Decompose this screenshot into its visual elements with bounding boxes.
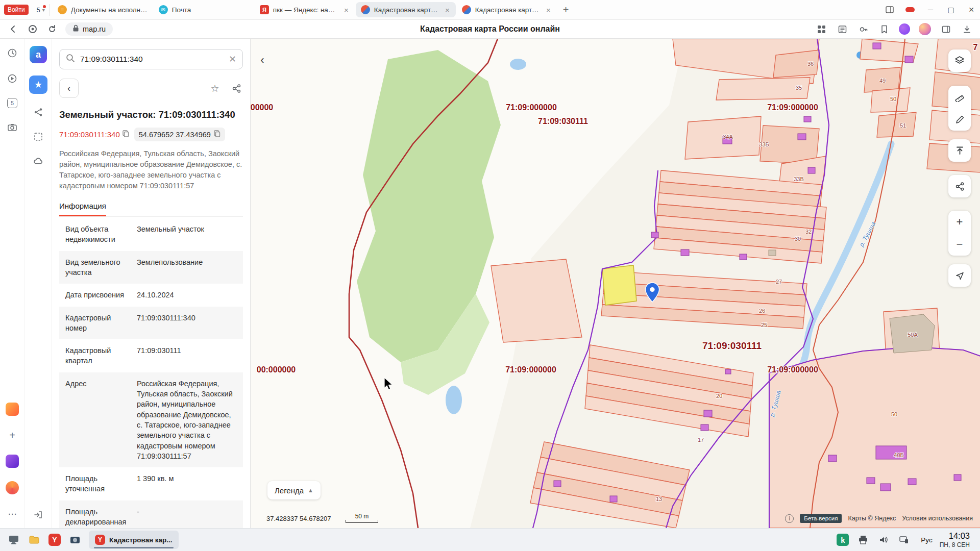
browser-tab[interactable]: Япкк — Яндекс: нашлось× xyxy=(255,2,355,17)
info-value: Российская Федерация, Тульская область, … xyxy=(137,379,237,461)
quarter-label: 71:09:030111 xyxy=(538,117,588,126)
legend-button[interactable]: Легенда▲ xyxy=(267,481,321,499)
search-input[interactable] xyxy=(80,55,224,64)
quarter-label: 71:09:000000 xyxy=(506,103,557,112)
edit-button[interactable] xyxy=(948,108,971,131)
upload-button[interactable] xyxy=(948,139,971,162)
info-row: Вид объекта недвижимостиЗемельный участо… xyxy=(59,218,243,251)
url-field[interactable]: map.ru xyxy=(65,22,113,36)
reload-button[interactable] xyxy=(46,23,58,35)
camera-app-icon[interactable] xyxy=(66,531,84,548)
volume-tray-icon[interactable] xyxy=(875,531,892,548)
clear-search-icon[interactable]: ✕ xyxy=(229,54,236,65)
yandex-browser-taskbar-icon[interactable]: Y xyxy=(46,531,63,548)
maximize-button[interactable]: ▢ xyxy=(946,5,955,14)
browser-tab[interactable]: Кадастровая карта Ро× xyxy=(356,2,456,17)
purple-app-icon[interactable] xyxy=(6,455,19,468)
video-icon[interactable] xyxy=(6,72,18,85)
beta-badge: Бета-версия xyxy=(800,514,842,523)
tab-counter[interactable]: 5 ▾ xyxy=(33,4,50,16)
info-label: Адрес xyxy=(65,379,137,461)
tab-close-icon[interactable]: × xyxy=(444,6,451,14)
new-tab-button[interactable]: + xyxy=(558,4,574,16)
browser-tab[interactable]: Кадастровая карта Росси× xyxy=(457,2,557,17)
minimize-button[interactable]: ─ xyxy=(926,5,935,14)
tab-title: Кадастровая карта Ро xyxy=(374,6,440,14)
browser-side-rail: 5 + ⋯ xyxy=(0,39,25,528)
kaspersky-tray-icon[interactable]: k xyxy=(834,531,851,548)
coordinates-chip[interactable]: 54.679652 37.434969 xyxy=(134,128,225,141)
cloud-icon[interactable] xyxy=(32,155,44,167)
tabs-count-badge[interactable]: 5 xyxy=(7,98,17,108)
browser-tab-bar: Войти 5 ▾ ≡Документы на исполнен✉ПочтаЯп… xyxy=(0,0,980,20)
browser-tab[interactable]: ≡Документы на исполнен xyxy=(53,2,153,17)
screenshot-icon[interactable] xyxy=(6,121,18,134)
geolocation-button[interactable] xyxy=(948,264,971,287)
layers-button[interactable] xyxy=(948,49,971,72)
parcel-number: 27 xyxy=(776,279,782,285)
quarter-label: 00:000000 xyxy=(251,103,273,112)
zoom-in-button[interactable]: + xyxy=(948,211,971,233)
cadastral-number-link[interactable]: 71:09:030111:340 xyxy=(59,130,129,139)
copy-icon[interactable] xyxy=(214,130,220,139)
exit-panel-icon[interactable] xyxy=(32,509,44,521)
select-area-icon[interactable] xyxy=(32,131,44,143)
language-indicator[interactable]: Рус xyxy=(921,536,932,544)
map-share-button[interactable] xyxy=(948,175,971,197)
tab-information[interactable]: Информация xyxy=(59,202,106,216)
bookmark-flag-icon[interactable] xyxy=(878,23,890,35)
password-manager-icon[interactable] xyxy=(857,23,869,35)
tab-close-icon[interactable]: × xyxy=(343,6,350,14)
sidebar-toggle-icon[interactable] xyxy=(940,23,952,35)
panel-back-button[interactable]: ‹ xyxy=(59,79,79,98)
login-button[interactable]: Войти xyxy=(4,5,29,15)
clock[interactable]: 14:03 ПН, 8 СЕН xyxy=(940,531,975,549)
tab-title: Кадастровая карта Росси xyxy=(475,6,541,14)
collections-icon[interactable] xyxy=(815,23,827,35)
info-row: Дата присвоения24.10.2024 xyxy=(59,284,243,306)
share-nodes-icon[interactable] xyxy=(32,106,44,118)
alice-assistant-icon[interactable] xyxy=(899,23,910,35)
network-tray-icon[interactable] xyxy=(895,531,913,548)
recording-indicator-icon[interactable] xyxy=(905,5,915,14)
active-task[interactable]: Y Кадастровая кар... xyxy=(89,531,179,549)
selected-parcel[interactable] xyxy=(602,265,636,305)
favorite-star-icon[interactable]: ☆ xyxy=(208,82,222,95)
cadastral-map[interactable]: 00:00000071:09:00000071:09:03011171:09:0… xyxy=(251,39,980,528)
file-explorer-icon[interactable] xyxy=(26,531,43,548)
copy-icon[interactable] xyxy=(122,130,129,139)
orange-app-icon[interactable] xyxy=(6,481,19,494)
info-label: Площадь уточненная xyxy=(65,473,137,494)
info-value: Земельный участок xyxy=(137,224,237,245)
more-options-icon[interactable]: ⋯ xyxy=(6,508,18,520)
quarter-label: 71:09:000000 xyxy=(767,103,818,112)
printer-tray-icon[interactable] xyxy=(854,531,872,548)
back-button[interactable] xyxy=(7,23,19,35)
close-window-button[interactable]: ✕ xyxy=(967,5,976,14)
tab-close-icon[interactable]: × xyxy=(545,6,552,14)
info-icon[interactable]: i xyxy=(785,514,794,523)
collapse-panel-button[interactable]: ‹ xyxy=(256,53,269,68)
history-icon[interactable] xyxy=(6,47,18,59)
taskbar-app-icon[interactable] xyxy=(5,531,22,548)
map-canvas[interactable]: 00:00000071:09:00000071:09:03011171:09:0… xyxy=(250,39,980,528)
cadastre-app-logo[interactable]: a xyxy=(30,46,47,63)
share-icon[interactable] xyxy=(230,82,243,95)
parcel-number: 20 xyxy=(716,393,722,399)
favorites-panel-button[interactable]: ★ xyxy=(29,76,47,94)
info-row: Кадастровый квартал71:09:030111 xyxy=(59,339,243,372)
zoom-out-button[interactable]: − xyxy=(948,233,971,256)
yandex-browser-icon[interactable] xyxy=(27,23,39,35)
profile-avatar[interactable] xyxy=(919,23,931,35)
reader-mode-icon[interactable] xyxy=(836,23,848,35)
ruler-button[interactable] xyxy=(948,86,971,108)
info-row: Вид земельного участкаЗемлепользование xyxy=(59,251,243,284)
terms-link[interactable]: Условия использования xyxy=(902,515,973,522)
add-panel-icon[interactable]: + xyxy=(6,429,18,441)
side-panels-icon[interactable] xyxy=(885,5,894,14)
browser-tab[interactable]: ✉Почта xyxy=(154,2,254,17)
downloads-icon[interactable] xyxy=(961,23,973,35)
parcel-number: 33Б xyxy=(759,141,769,147)
games-app-icon[interactable] xyxy=(6,403,19,416)
info-label: Вид земельного участка xyxy=(65,257,137,278)
